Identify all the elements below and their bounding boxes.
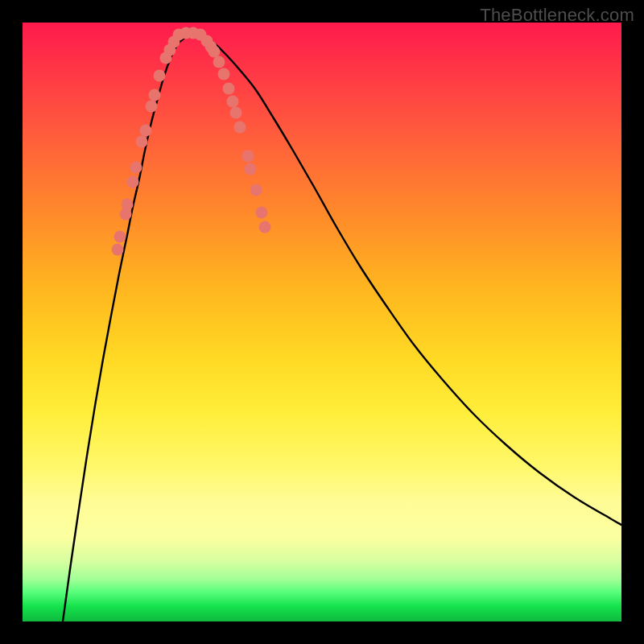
curve-dot bbox=[208, 46, 221, 58]
curve-dots-group bbox=[112, 27, 271, 256]
curve-dot bbox=[218, 68, 230, 80]
curve-dot bbox=[245, 163, 257, 175]
curve-dot bbox=[149, 89, 161, 101]
bottleneck-curve bbox=[63, 35, 621, 621]
curve-dot bbox=[234, 122, 246, 134]
curve-dot bbox=[127, 176, 139, 188]
curve-dot bbox=[112, 244, 124, 256]
chart-plot-area bbox=[23, 23, 621, 621]
curve-dot bbox=[213, 56, 225, 68]
curve-dot bbox=[223, 83, 235, 95]
curve-dot bbox=[146, 101, 158, 113]
curve-dot bbox=[130, 162, 142, 174]
chart-svg bbox=[23, 23, 621, 621]
curve-dot bbox=[227, 96, 239, 108]
chart-frame: TheBottleneck.com bbox=[0, 0, 644, 644]
curve-dot bbox=[122, 199, 134, 211]
curve-dot bbox=[140, 125, 152, 137]
curve-dot bbox=[136, 136, 148, 148]
curve-dot bbox=[242, 151, 254, 163]
curve-dot bbox=[250, 184, 262, 196]
curve-dot bbox=[230, 107, 242, 119]
curve-dot bbox=[256, 207, 268, 219]
watermark-text: TheBottleneck.com bbox=[480, 5, 634, 26]
curve-dot bbox=[259, 221, 271, 233]
curve-dot bbox=[114, 231, 126, 243]
curve-dot bbox=[154, 70, 166, 82]
